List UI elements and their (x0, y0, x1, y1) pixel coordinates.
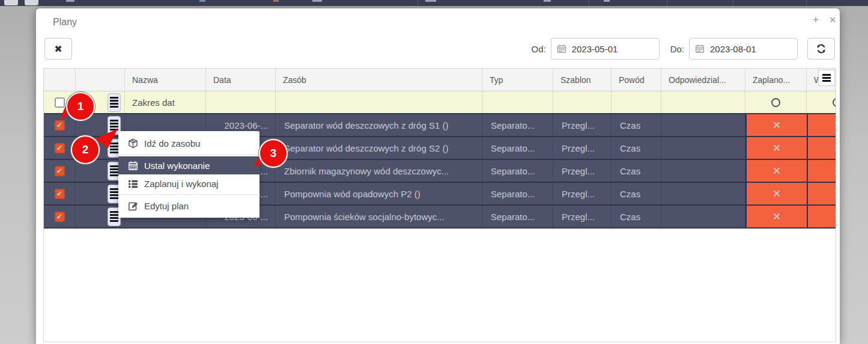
filter-cell (612, 91, 661, 113)
cube-icon (128, 138, 138, 149)
row-checkbox[interactable]: ✓ (55, 143, 65, 153)
date-filter-bar: Od: 2023-05-01 Do: 2023-08 (531, 38, 835, 60)
row-checkbox[interactable]: ✓ (55, 189, 65, 199)
cell-wykonano[interactable]: ✕ (807, 206, 836, 227)
menu-item-zaplanuj-i-wykonaj[interactable]: Zaplanuj i wykonaj (118, 174, 259, 192)
cell-szablon: Przegl... (553, 206, 612, 227)
menu-separator (118, 194, 259, 195)
select-all-checkbox[interactable] (55, 97, 65, 108)
cell-typ: Separato... (482, 183, 553, 204)
cell-zaplanowano[interactable]: ✕ (745, 160, 807, 182)
row-checkbox[interactable]: ✓ (55, 212, 65, 222)
do-label: Do: (670, 44, 684, 54)
cell-typ: Separato... (482, 137, 553, 159)
calendar-icon (128, 161, 138, 171)
row-checkbox[interactable]: ✓ (55, 166, 65, 176)
row-checkbox-cell: ✓ (44, 206, 76, 227)
menu-item-idz-do-zasobu[interactable]: Idź do zasobu (118, 134, 259, 152)
row-menu-cell (76, 183, 125, 204)
context-menu: Idź do zasobu Ustal wykonanie (118, 131, 259, 218)
od-date-input[interactable]: 2023-05-01 (551, 38, 660, 60)
cell-odpowiedzialny (661, 206, 745, 227)
row-checkbox[interactable]: ✓ (55, 120, 65, 131)
od-date-value: 2023-05-01 (572, 44, 618, 54)
cell-wykonano[interactable]: ✕ (807, 114, 836, 136)
column-chooser-button[interactable] (818, 70, 835, 86)
x-mark-icon: ✕ (834, 142, 836, 154)
column-header-data[interactable]: Data (206, 69, 276, 91)
cell-zaplanowano[interactable]: ✕ (745, 183, 807, 204)
plany-modal: Plany + × ✖ Od: 2023-05-01 Do: (36, 8, 840, 344)
screen: Plany + × ✖ Od: 2023-05-01 Do: (0, 0, 868, 344)
x-mark-icon: ✕ (772, 142, 781, 154)
column-header-label: Zaplano... (753, 75, 790, 85)
expand-icon[interactable]: + (810, 13, 822, 26)
annotation-step-1: 1 (67, 93, 94, 120)
column-header-blank-0[interactable] (44, 69, 76, 91)
check-icon: ✓ (56, 121, 62, 129)
filter-name-cell: Zakres dat (125, 91, 206, 113)
cell-zaplanowano[interactable]: ✕ (745, 137, 807, 159)
refresh-button[interactable] (807, 38, 835, 60)
cell-powod: Czas (612, 137, 661, 159)
filter-cell (276, 91, 482, 113)
filter-row: Zakres dat (44, 91, 836, 114)
cell-szablon: Przegl... (553, 183, 612, 204)
column-header-typ[interactable]: Typ (482, 69, 553, 91)
cell-odpowiedzialny (661, 114, 745, 136)
cell-powod: Czas (612, 160, 661, 182)
cell-wykonano[interactable]: ✕ (807, 137, 836, 159)
cell-wykonano[interactable]: ✕ (807, 183, 836, 204)
menu-item-edytuj-plan[interactable]: Edytuj plan (118, 197, 259, 215)
annotation-step-2: 2 (72, 137, 99, 163)
menu-separator (118, 154, 259, 155)
navbar-button[interactable] (25, 0, 38, 5)
close-icon[interactable]: × (827, 13, 839, 26)
column-header-zaplano[interactable]: Zaplano... (745, 69, 807, 91)
radio-circle-icon[interactable] (833, 98, 836, 107)
edit-icon (128, 201, 138, 211)
column-header-odpowiedzial[interactable]: Odpowiedzial... (661, 69, 745, 91)
row-menu-cell (76, 206, 125, 227)
cell-wykonano[interactable]: ✕ (807, 160, 836, 182)
cell-zasob: Separator wód deszczowych z dróg S1 () (276, 114, 482, 136)
menu-item-ustal-wykonanie[interactable]: Ustal wykonanie (118, 156, 259, 174)
navbar-button[interactable] (4, 0, 18, 5)
cell-odpowiedzialny (661, 160, 745, 182)
close-button[interactable]: ✖ (44, 38, 72, 60)
do-date-input[interactable]: 2023-08-01 (689, 38, 798, 60)
column-header-zasób[interactable]: Zasób (276, 69, 482, 91)
cell-zaplanowano[interactable]: ✕ (745, 206, 807, 227)
column-header-label: Szablon (560, 75, 591, 85)
column-header-label: Typ (490, 75, 503, 85)
cell-zaplanowano[interactable]: ✕ (745, 114, 807, 136)
check-icon: ✓ (56, 190, 62, 197)
cell-powod: Czas (612, 183, 661, 204)
hamburger-icon (822, 74, 831, 76)
list-icon (128, 179, 138, 189)
cell-szablon: Przegl... (553, 160, 612, 182)
cell-odpowiedzialny (661, 137, 745, 159)
column-header-blank-1[interactable] (76, 69, 125, 91)
cell-szablon: Przegl... (553, 137, 612, 159)
od-label: Od: (531, 44, 545, 54)
cell-zasob: Pompownia ścieków socjalno-bytowyc... (276, 206, 482, 227)
filter-cell (482, 91, 553, 113)
cell-zasob: Pompownia wód opadowych P2 () (276, 183, 482, 204)
check-icon: ✓ (56, 144, 62, 152)
cell-powod: Czas (612, 206, 661, 227)
cell-zasob: Separator wód deszczowych z dróg S2 () (276, 137, 482, 159)
cell-zasob: Zbiornik magazynowy wód deszczowyc... (276, 160, 482, 182)
column-header-powód[interactable]: Powód (612, 69, 661, 91)
x-mark-icon: ✕ (772, 210, 781, 223)
column-header-nazwa[interactable]: Nazwa (125, 69, 206, 91)
column-header-szablon[interactable]: Szablon (553, 69, 612, 91)
page-title: Plany (53, 17, 77, 28)
calendar-icon (690, 44, 710, 54)
radio-circle-icon[interactable] (771, 98, 780, 107)
row-checkbox-cell: ✓ (44, 114, 76, 136)
menu-item-label: Ustal wykonanie (144, 161, 210, 171)
filter-row-menu-button[interactable] (108, 93, 121, 112)
menu-item-label: Edytuj plan (144, 201, 189, 211)
row-checkbox-cell: ✓ (44, 160, 76, 182)
